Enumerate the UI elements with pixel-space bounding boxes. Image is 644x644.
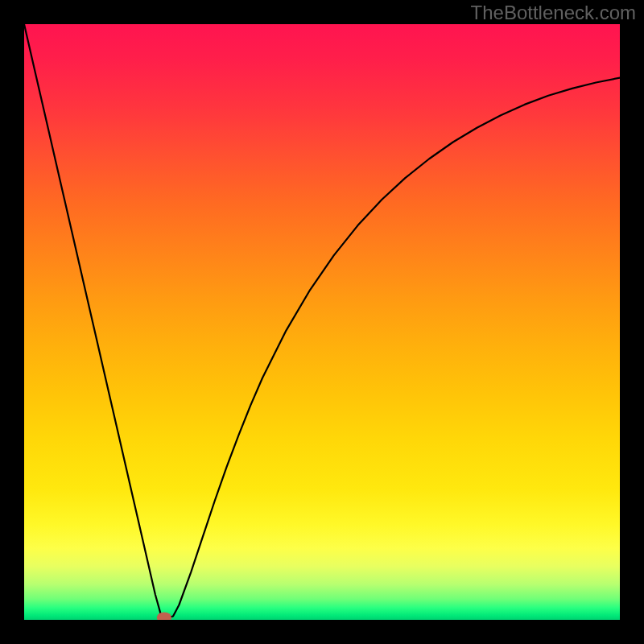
optimum-marker <box>157 612 171 620</box>
watermark-text: TheBottleneck.com <box>471 2 636 24</box>
chart-frame: TheBottleneck.com <box>0 0 644 644</box>
curve-svg <box>24 24 620 620</box>
plot-area <box>24 24 620 620</box>
bottleneck-curve <box>24 24 620 618</box>
